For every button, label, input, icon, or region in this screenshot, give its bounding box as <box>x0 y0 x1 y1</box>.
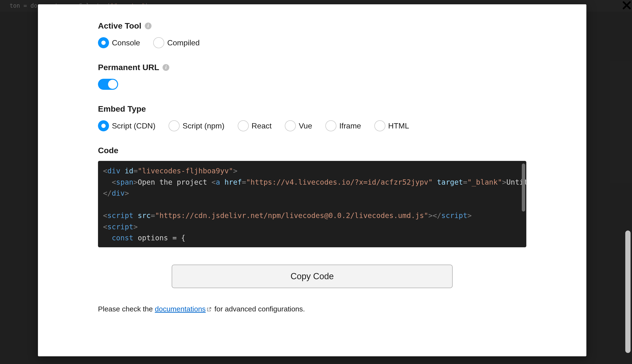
radio-html[interactable]: HTML <box>374 120 409 131</box>
label-embed-type: Embed Type <box>98 104 526 114</box>
label-active-tool: Active Tool i <box>98 21 526 30</box>
embed-modal: Active Tool i Console Compiled Permanent… <box>38 4 586 356</box>
copy-code-button[interactable]: Copy Code <box>172 264 453 288</box>
footer-prefix: Please check the <box>98 305 155 313</box>
label-code: Code <box>98 146 526 155</box>
code-link-href: https://v4.livecodes.io/?x=id/acfzr52jyp… <box>250 178 428 186</box>
radio-indicator <box>98 37 109 48</box>
radio-indicator <box>285 120 296 131</box>
code-scrollbar-thumb[interactable] <box>522 164 525 212</box>
radio-indicator <box>374 120 386 131</box>
label-text: Active Tool <box>98 21 142 30</box>
radio-console[interactable]: Console <box>98 37 140 48</box>
page-scrollbar-thumb[interactable] <box>625 230 630 353</box>
code-preview[interactable]: <div id="livecodes-fljhboa9yv"> <span>Op… <box>98 161 526 247</box>
radio-script-cdn[interactable]: Script (CDN) <box>98 120 155 131</box>
label-permanent-url: Permanent URL i <box>98 63 526 72</box>
radio-script-npm[interactable]: Script (npm) <box>168 120 224 131</box>
label-text: Permanent URL <box>98 63 159 72</box>
radio-label: Script (CDN) <box>112 122 155 130</box>
documentations-link[interactable]: documentations <box>155 305 206 313</box>
section-embed-type: Embed Type Script (CDN) Script (npm) Rea… <box>98 104 526 131</box>
close-button[interactable] <box>620 0 632 12</box>
section-permanent-url: Permanent URL i <box>98 63 526 90</box>
info-icon[interactable]: i <box>162 64 169 71</box>
radio-label: Iframe <box>339 122 361 130</box>
footer-link-text: documentations <box>155 305 206 313</box>
code-span-text: Open the project <box>138 178 212 186</box>
close-icon <box>622 0 632 10</box>
radio-compiled[interactable]: Compiled <box>153 37 200 48</box>
embed-type-radio-group: Script (CDN) Script (npm) React Vue Ifra… <box>98 120 526 131</box>
radio-indicator <box>238 120 249 131</box>
section-code: Code <div id="livecodes-fljhboa9yv"> <sp… <box>98 146 526 247</box>
code-const: const <box>112 234 133 242</box>
code-script-src: https://cdn.jsdelivr.net/npm/livecodes@0… <box>160 211 424 220</box>
radio-iframe[interactable]: Iframe <box>325 120 361 131</box>
radio-indicator <box>168 120 180 131</box>
footer-suffix: for advanced configurations. <box>212 305 305 313</box>
radio-label: React <box>252 122 272 130</box>
code-options-start: = { <box>172 234 185 242</box>
permanent-url-toggle[interactable] <box>98 79 118 90</box>
radio-label: HTML <box>388 122 409 130</box>
footer-help-text: Please check the documentations for adva… <box>98 305 526 313</box>
radio-indicator <box>325 120 336 131</box>
info-icon[interactable]: i <box>145 22 152 29</box>
label-text: Embed Type <box>98 104 146 114</box>
radio-indicator <box>153 37 164 48</box>
active-tool-radio-group: Console Compiled <box>98 37 526 48</box>
section-active-tool: Active Tool i Console Compiled <box>98 21 526 48</box>
code-options-var: options <box>138 234 168 242</box>
label-text: Code <box>98 146 118 155</box>
radio-label: Script (npm) <box>182 122 224 130</box>
radio-vue[interactable]: Vue <box>285 120 312 131</box>
radio-react[interactable]: React <box>238 120 272 131</box>
radio-label: Console <box>112 38 140 47</box>
radio-label: Compiled <box>167 38 200 47</box>
code-container-id: livecodes-fljhboa9yv <box>142 167 229 175</box>
radio-indicator <box>98 120 109 131</box>
radio-label: Vue <box>299 122 312 130</box>
external-link-icon <box>206 307 212 312</box>
code-link-target: _blank <box>472 178 498 186</box>
